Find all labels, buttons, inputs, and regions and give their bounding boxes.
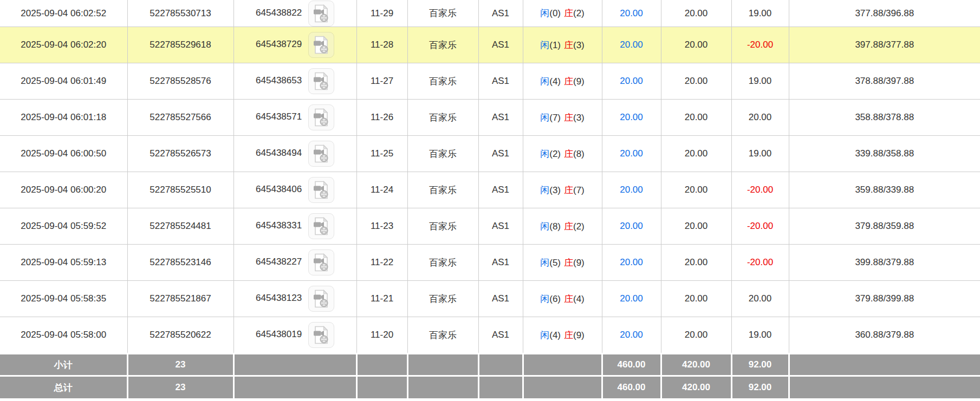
game-type-cell: 百家乐 [407, 63, 478, 100]
video-replay-button[interactable] [308, 1, 334, 27]
bet-id-cell: 522785526573 [127, 136, 233, 172]
bet-amount-link[interactable]: 20.00 [602, 281, 661, 317]
video-file-icon [313, 72, 329, 90]
game-type-cell: 百家乐 [407, 0, 478, 27]
video-file-icon [313, 4, 329, 23]
bet-amount-link[interactable]: 20.00 [602, 63, 661, 100]
win-loss-cell: 20.00 [731, 281, 789, 317]
banker-label: 庄 [564, 221, 573, 232]
bet-amount-link[interactable]: 20.00 [602, 136, 661, 172]
valid-amount-cell: 20.00 [661, 63, 731, 100]
table-row[interactable]: 2025-09-04 06:00:20522785525510645438406… [0, 172, 980, 208]
table-name-cell: AS1 [478, 100, 523, 136]
table-name-cell: AS1 [478, 172, 523, 208]
bet-time-cell: 2025-09-04 05:58:35 [0, 281, 127, 317]
valid-amount-cell: 20.00 [661, 208, 731, 245]
result-cell: 闲(7)庄(3) [523, 100, 602, 136]
video-replay-button[interactable] [308, 286, 334, 312]
summary-count-cell: 23 [127, 376, 233, 399]
banker-score: (9) [573, 258, 585, 268]
video-file-icon [313, 181, 329, 199]
bet-amount-link[interactable]: 20.00 [602, 317, 661, 354]
table-row[interactable]: 2025-09-04 06:02:52522785530713645438822… [0, 0, 980, 27]
banker-label: 庄 [564, 8, 573, 18]
table-name-cell: AS1 [478, 27, 523, 63]
video-replay-button[interactable] [308, 104, 334, 130]
banker-score: (9) [573, 330, 585, 340]
balance-cell: 360.88/379.88 [789, 317, 980, 354]
video-replay-button[interactable] [308, 177, 334, 203]
bet-time-cell: 2025-09-04 06:00:20 [0, 172, 127, 208]
result-cell: 闲(3)庄(7) [523, 172, 602, 208]
game-round-id-cell: 645438227 [233, 245, 356, 281]
game-round-id-cell: 645438123 [233, 281, 356, 317]
video-file-icon [313, 36, 329, 54]
game-type-cell: 百家乐 [407, 317, 478, 354]
video-file-icon [313, 108, 329, 127]
bet-amount-link[interactable]: 20.00 [602, 208, 661, 245]
bet-amount-link[interactable]: 20.00 [602, 27, 661, 63]
bet-id-cell: 522785529618 [127, 27, 233, 63]
round-number-cell: 11-26 [356, 100, 407, 136]
video-replay-button[interactable] [308, 68, 334, 94]
table-row[interactable]: 2025-09-04 06:00:50522785526573645438494… [0, 136, 980, 172]
summary-bet-total-cell: 460.00 [602, 376, 661, 399]
video-replay-button[interactable] [308, 141, 334, 167]
player-label: 闲 [540, 330, 549, 340]
game-round-id-cell: 645438729 [233, 27, 356, 63]
bet-amount-link[interactable]: 20.00 [602, 245, 661, 281]
banker-label: 庄 [564, 294, 573, 304]
player-score: (5) [549, 258, 561, 268]
game-type-cell: 百家乐 [407, 27, 478, 63]
balance-cell: 378.88/397.88 [789, 63, 980, 100]
summary-winloss-total-cell: 92.00 [731, 354, 789, 376]
banker-label: 庄 [564, 258, 573, 268]
result-cell: 闲(2)庄(8) [523, 136, 602, 172]
banker-label: 庄 [564, 40, 573, 50]
table-row[interactable]: 2025-09-04 05:58:35522785521867645438123… [0, 281, 980, 317]
player-score: (4) [549, 76, 561, 87]
summary-label-cell: 总计 [0, 376, 127, 399]
video-replay-button[interactable] [308, 32, 334, 58]
balance-cell: 379.88/399.88 [789, 281, 980, 317]
bet-amount-link[interactable]: 20.00 [602, 100, 661, 136]
table-name-cell: AS1 [478, 317, 523, 354]
table-row[interactable]: 2025-09-04 05:59:52522785524481645438331… [0, 208, 980, 245]
video-replay-button[interactable] [308, 249, 334, 275]
valid-amount-cell: 20.00 [661, 100, 731, 136]
summary-valid-total-cell: 420.00 [661, 354, 731, 376]
summary-empty-cell [789, 354, 980, 376]
table-row[interactable]: 2025-09-04 06:01:49522785528576645438653… [0, 63, 980, 100]
bet-amount-link[interactable]: 20.00 [602, 0, 661, 27]
bet-id-cell: 522785530713 [127, 0, 233, 27]
subtotal-row: 小计23460.00420.0092.00 [0, 354, 980, 376]
table-row[interactable]: 2025-09-04 05:58:00522785520622645438019… [0, 317, 980, 354]
win-loss-cell: 19.00 [731, 0, 789, 27]
table-name-cell: AS1 [478, 136, 523, 172]
banker-label: 庄 [564, 113, 573, 123]
video-replay-button[interactable] [308, 322, 334, 348]
result-cell: 闲(0)庄(2) [523, 0, 602, 27]
banker-score: (7) [573, 185, 585, 195]
table-row[interactable]: 2025-09-04 05:59:13522785523146645438227… [0, 245, 980, 281]
bet-amount-link[interactable]: 20.00 [602, 172, 661, 208]
bet-time-cell: 2025-09-04 06:02:52 [0, 0, 127, 27]
table-row[interactable]: 2025-09-04 06:02:20522785529618645438729… [0, 27, 980, 63]
video-replay-button[interactable] [308, 213, 334, 239]
game-round-id: 645438123 [256, 293, 302, 303]
balance-cell: 359.88/339.88 [789, 172, 980, 208]
player-score: (4) [549, 330, 561, 340]
player-label: 闲 [540, 8, 549, 18]
summary-empty-cell [233, 354, 356, 376]
table-row[interactable]: 2025-09-04 06:01:18522785527566645438571… [0, 100, 980, 136]
game-type-cell: 百家乐 [407, 245, 478, 281]
balance-cell: 379.88/359.88 [789, 208, 980, 245]
win-loss-cell: 20.00 [731, 100, 789, 136]
win-loss-cell: -20.00 [731, 27, 789, 63]
game-type-cell: 百家乐 [407, 136, 478, 172]
video-file-icon [313, 290, 329, 308]
game-round-id: 645438331 [256, 220, 302, 231]
game-round-id-cell: 645438331 [233, 208, 356, 245]
game-type-cell: 百家乐 [407, 172, 478, 208]
bet-id-cell: 522785525510 [127, 172, 233, 208]
